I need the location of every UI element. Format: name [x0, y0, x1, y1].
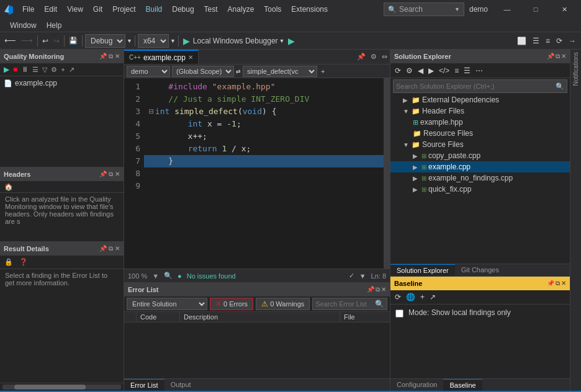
- search-box[interactable]: 🔍 Search ▼: [384, 2, 464, 16]
- source-files-arrow[interactable]: ▼: [403, 141, 412, 148]
- function-dropdown[interactable]: simple_defect(vc: [243, 66, 317, 77]
- header-files-arrow[interactable]: ▼: [403, 108, 412, 115]
- bl-export-icon[interactable]: ↗: [428, 292, 438, 303]
- se-search-icon[interactable]: 🔍: [556, 82, 564, 91]
- result-float-icon[interactable]: ⧉: [109, 245, 113, 252]
- redo-icon[interactable]: ↪: [52, 35, 61, 47]
- platform-dropdown[interactable]: x64: [138, 34, 169, 48]
- tab-baseline[interactable]: Baseline: [443, 379, 482, 391]
- tab-example-cpp[interactable]: C++ example.cpp ✕: [124, 50, 199, 64]
- error-search-icon[interactable]: 🔍: [375, 300, 384, 308]
- zoom-level[interactable]: 100 %: [128, 272, 147, 280]
- baseline-pin-icon[interactable]: 📌: [547, 280, 554, 287]
- result-pin-icon[interactable]: 📌: [99, 245, 107, 252]
- dropdown-icon[interactable]: ▼: [359, 272, 366, 280]
- config-dropdown[interactable]: Debug: [85, 34, 125, 48]
- tab-solution-explorer[interactable]: Solution Explorer: [390, 264, 455, 276]
- menu-analyze[interactable]: Analyze: [223, 2, 259, 16]
- tree-item-copy-paste[interactable]: ▶ ⊞ copy_paste.cpp: [390, 150, 570, 161]
- toolbar-extra-3[interactable]: ≡: [543, 35, 552, 47]
- qm-list-icon[interactable]: ☰: [31, 65, 40, 74]
- scope-dropdown[interactable]: (Global Scope): [172, 66, 234, 77]
- menu-window[interactable]: Window: [5, 19, 42, 32]
- project-dropdown[interactable]: demo: [127, 66, 170, 77]
- menu-test[interactable]: Test: [199, 2, 223, 16]
- menu-tools[interactable]: Tools: [259, 2, 286, 16]
- left-panel-scrollbar[interactable]: [0, 383, 124, 391]
- se-sync-icon[interactable]: ⟳: [393, 65, 403, 76]
- error-search-input[interactable]: [315, 300, 375, 308]
- close-button[interactable]: ✕: [550, 0, 579, 19]
- menu-help[interactable]: Help: [42, 19, 67, 32]
- qm-pause-btn[interactable]: ⏸: [20, 65, 30, 74]
- baseline-checkbox[interactable]: [395, 310, 403, 318]
- config-arrow[interactable]: ▼: [127, 38, 132, 44]
- el-float-icon[interactable]: ⧉: [376, 286, 380, 293]
- tree-item-header-files[interactable]: ▼ 📁 Header Files: [390, 105, 570, 117]
- se-float-icon[interactable]: ⧉: [556, 53, 560, 60]
- menu-extensions[interactable]: Extensions: [286, 2, 333, 16]
- scope-arrow-icon[interactable]: ⇄: [236, 68, 241, 74]
- tab-git-changes[interactable]: Git Changes: [455, 264, 505, 276]
- se-search-input[interactable]: [396, 82, 553, 90]
- menu-project[interactable]: Project: [107, 2, 140, 16]
- solution-scope-dropdown[interactable]: Entire Solution: [127, 298, 207, 310]
- result-lock-icon[interactable]: 🔒: [2, 257, 15, 267]
- tree-item-resource-files[interactable]: 📁 Resource Files: [390, 128, 570, 139]
- tab-configuration[interactable]: Configuration: [390, 379, 443, 391]
- bl-settings-icon[interactable]: 🌐: [404, 292, 417, 303]
- result-close-icon[interactable]: ✕: [115, 245, 120, 252]
- qm-filter-icon[interactable]: ▽: [41, 65, 48, 74]
- debugger-arrow[interactable]: ▼: [279, 38, 285, 44]
- tree-item-quick-fix[interactable]: ▶ ⊞ quick_fix.cpp: [390, 184, 570, 195]
- tree-item-example-cpp-selected[interactable]: ▶ ⊞ example.cpp: [390, 161, 570, 172]
- warnings-badge[interactable]: ⚠ 0 Warnings: [256, 298, 310, 310]
- platform-arrow[interactable]: ▼: [170, 38, 176, 44]
- code-content[interactable]: #include "example.hpp" // Just a simple …: [144, 78, 384, 269]
- errors-badge[interactable]: ✕ 0 Errors: [210, 298, 253, 310]
- headers-pin-icon[interactable]: 📌: [99, 171, 107, 178]
- example-expand-icon[interactable]: ▶: [413, 164, 421, 171]
- menu-build[interactable]: Build: [141, 2, 168, 16]
- se-forward-icon[interactable]: ▶: [426, 65, 436, 76]
- zoom-dropdown-icon[interactable]: ▼: [152, 272, 159, 280]
- tab-settings-btn[interactable]: ⚙: [368, 50, 379, 64]
- tree-item-example-hpp[interactable]: ⊞ example.hpp: [390, 117, 570, 128]
- toolbar-extra-4[interactable]: ⟳: [554, 35, 565, 47]
- no-findings-expand-icon[interactable]: ▶: [413, 175, 421, 182]
- se-settings-icon[interactable]: ⚙: [404, 65, 415, 76]
- qm-stop-btn[interactable]: ■: [12, 65, 19, 74]
- toolbar-extra-2[interactable]: ☰: [530, 35, 542, 47]
- file-item-example-cpp[interactable]: 📄 example.cpp: [1, 78, 122, 89]
- tree-item-source-files[interactable]: ▼ 📁 Source Files: [390, 139, 570, 150]
- se-collapse-icon[interactable]: ≡: [453, 65, 461, 76]
- add-scope-icon[interactable]: +: [319, 67, 327, 76]
- tab-error-list[interactable]: Error List: [124, 379, 164, 391]
- headers-close-icon[interactable]: ✕: [115, 171, 120, 178]
- qm-float-icon[interactable]: ⧉: [109, 53, 113, 60]
- baseline-close-icon[interactable]: ✕: [561, 280, 566, 287]
- se-pin-icon[interactable]: 📌: [547, 53, 554, 60]
- qm-close-icon[interactable]: ✕: [115, 53, 120, 60]
- toolbar-extra-5[interactable]: →: [566, 35, 579, 47]
- external-deps-arrow[interactable]: ▶: [403, 97, 412, 104]
- quick-fix-expand-icon[interactable]: ▶: [413, 186, 421, 193]
- qm-pin-icon[interactable]: 📌: [99, 53, 107, 60]
- headers-float-icon[interactable]: ⧉: [109, 171, 113, 178]
- qm-settings-icon[interactable]: ⚙: [50, 65, 58, 74]
- save-all-icon[interactable]: 💾: [67, 35, 79, 46]
- baseline-float-icon[interactable]: ⧉: [556, 280, 560, 287]
- toolbar-extra-1[interactable]: ⬜: [515, 35, 529, 47]
- search-error-list[interactable]: 🔍: [312, 298, 387, 310]
- run-icon[interactable]: ▶: [286, 35, 297, 47]
- tab-close-icon[interactable]: ✕: [188, 54, 193, 61]
- back-icon[interactable]: ⟵: [2, 35, 18, 47]
- se-back-icon[interactable]: ◀: [416, 65, 425, 76]
- tree-item-no-findings[interactable]: ▶ ⊞ example_no_findings.cpp: [390, 172, 570, 184]
- se-more-icon[interactable]: ⋯: [474, 65, 485, 76]
- se-close-icon[interactable]: ✕: [561, 53, 566, 60]
- menu-git[interactable]: Git: [88, 2, 107, 16]
- se-view-icon[interactable]: </>: [437, 65, 451, 76]
- search-dropdown-icon[interactable]: ▼: [454, 6, 460, 12]
- qm-run-btn[interactable]: ▶: [2, 65, 11, 74]
